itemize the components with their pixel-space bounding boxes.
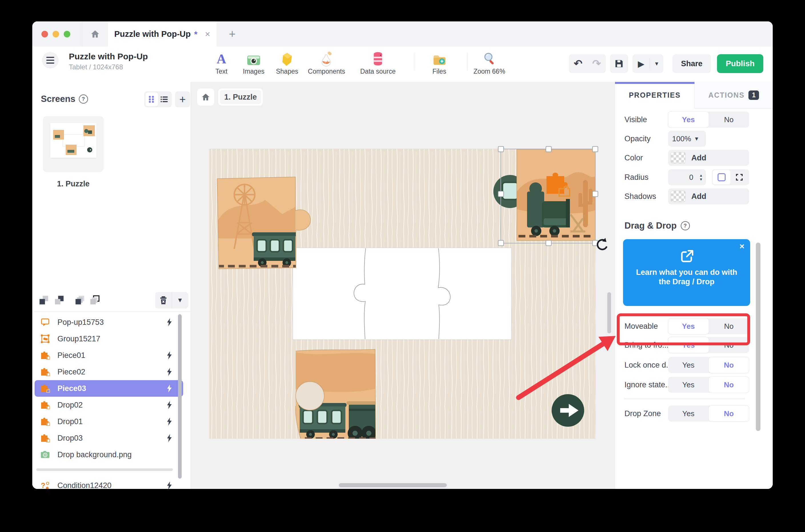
lightning-bolt-icon[interactable] [166,384,173,393]
preview-group: ▶ ▾ [633,54,663,73]
tool-data-source[interactable]: Data source [354,49,402,75]
delete-options-button[interactable]: ▼ [172,292,188,308]
resize-handle[interactable] [546,146,552,152]
lightning-bolt-icon[interactable] [166,434,173,442]
toggle-yes[interactable]: Yes [668,377,709,393]
corners-icon [736,174,743,180]
toggle-yes[interactable]: Yes [668,112,709,128]
project-device-subtitle: Tablet / 1024x768 [69,63,123,71]
share-button[interactable]: Share [673,54,711,73]
tool-files[interactable]: Files [415,49,464,75]
layer-row[interactable]: Pop-up15753 [35,314,183,330]
toggle-no[interactable]: No [709,337,749,353]
send-to-back-icon[interactable] [89,295,100,307]
tool-zoom[interactable]: Zoom 66% [465,49,514,75]
lightning-bolt-icon[interactable] [166,367,173,376]
step-down-icon[interactable]: ▾ [700,177,702,181]
resize-handle[interactable] [592,146,598,152]
list-view-button[interactable] [158,93,170,106]
resize-handle[interactable] [546,240,552,246]
active-tab[interactable]: Puzzle with Pop-Up * × [108,21,217,47]
layer-row[interactable]: Drop01 [35,413,183,430]
save-button[interactable] [610,54,628,73]
toggle-yes[interactable]: Yes [668,337,709,353]
toggle-yes[interactable]: Yes [668,318,709,334]
canvas-vertical-scrollbar[interactable] [607,292,611,334]
tool-components[interactable]: Components [302,49,351,75]
layer-row[interactable]: Piece02 [35,364,183,380]
layer-row[interactable]: Drop03 [35,430,183,446]
undo-icon[interactable]: ↶ [569,58,587,70]
layer-row[interactable]: Drop02 [35,397,183,413]
breadcrumb-home-button[interactable] [197,89,214,106]
publish-button[interactable]: Publish [717,54,763,73]
breadcrumb-screen-chip[interactable]: 1. Puzzle [218,89,263,106]
tab-close-icon[interactable]: × [205,29,210,39]
drag-drop-learn-banner[interactable]: × Learn what you can do with the Drag / … [623,239,750,306]
resize-handle[interactable] [592,191,598,197]
layer-row-selected[interactable]: Piece03 [35,380,183,397]
resize-handle[interactable] [498,240,504,246]
toggle-yes[interactable]: Yes [668,405,709,421]
bring-to-front-icon[interactable] [75,295,86,307]
lightning-bolt-icon[interactable] [166,351,173,360]
properties-scrollbar[interactable] [756,243,761,431]
delete-layer-button[interactable] [155,292,172,308]
window-zoom-icon[interactable] [64,31,70,37]
layer-row[interactable]: Piece01 [35,347,183,364]
drop-zone-toggle: Yes No [668,405,749,421]
toggle-no[interactable]: No [709,377,749,393]
moveable-label: Moveable [624,322,658,331]
tab-properties[interactable]: PROPERTIES [615,82,694,109]
editor-canvas[interactable]: 1. Puzzle [191,82,615,489]
grid-view-button[interactable] [145,93,158,106]
window-minimize-icon[interactable] [53,31,59,37]
lightning-bolt-icon[interactable] [166,417,173,426]
puzzle-piece-icon [40,384,50,393]
add-screen-button[interactable]: + [175,91,190,107]
window-close-icon[interactable] [41,31,48,37]
layer-row[interactable]: Drop background.png [35,446,183,463]
rotate-handle-icon[interactable] [595,237,608,251]
shadows-add-field[interactable]: Add [668,188,749,204]
next-screen-button[interactable] [552,394,584,427]
help-icon[interactable]: ? [681,221,690,230]
puzzle-piece-02[interactable] [293,349,377,439]
resize-handle[interactable] [498,146,504,152]
bring-forward-icon[interactable] [54,295,65,307]
color-add-field[interactable]: Add [668,150,749,166]
selection-frame[interactable] [500,149,596,244]
screen-name[interactable]: 1. Puzzle [43,179,104,188]
redo-icon[interactable]: ↷ [587,58,606,70]
toggle-no[interactable]: No [709,357,749,373]
send-backward-icon[interactable] [39,295,50,307]
lightning-bolt-icon[interactable] [166,318,173,326]
resize-handle[interactable] [498,191,504,197]
toggle-no[interactable]: No [709,318,749,334]
radius-stepper[interactable]: 0 ▴▾ [668,169,706,185]
radius-uniform-button[interactable] [713,170,730,184]
drop-zone-outline[interactable] [293,248,511,340]
layer-row[interactable]: Group15217 [35,330,183,347]
toggle-yes[interactable]: Yes [668,357,709,373]
home-tab[interactable] [82,21,108,46]
layers-scrollbar[interactable] [178,314,182,479]
home-icon [91,30,100,38]
main-menu-button[interactable] [42,52,58,69]
opacity-dropdown[interactable]: 100% ▾ [668,131,706,147]
chevron-down-icon[interactable]: ▾ [650,60,663,68]
tab-actions[interactable]: ACTIONS 1 [694,82,773,109]
new-tab-button[interactable]: + [224,26,240,41]
lightning-bolt-icon[interactable] [166,481,173,489]
toggle-no[interactable]: No [709,112,749,128]
puzzle-piece-icon [40,400,50,410]
lightning-bolt-icon[interactable] [166,401,173,409]
screen-card[interactable] [43,116,104,172]
help-icon[interactable]: ? [79,94,88,103]
radius-corners-button[interactable] [730,170,748,184]
layer-row[interactable]: ? Condition12420 [35,477,183,489]
screens-view-toggle [144,91,172,107]
canvas-horizontal-scrollbar[interactable] [339,483,447,487]
play-icon[interactable]: ▶ [633,59,650,69]
toggle-no[interactable]: No [709,405,749,421]
